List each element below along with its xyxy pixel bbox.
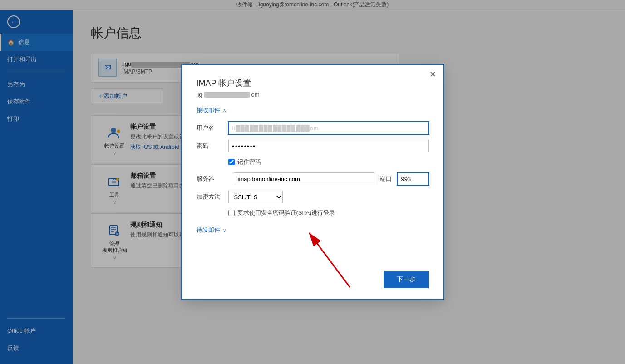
modal-email-prefix: lig (197, 91, 202, 98)
server-row: 服务器 端口 (197, 172, 429, 185)
modal-close-button[interactable]: ✕ (429, 70, 436, 79)
spa-row: 要求使用安全密码验证(SPA)进行登录 (228, 209, 429, 217)
modal-footer: 下一步 (384, 271, 429, 288)
modal-email-suffix: om (251, 91, 260, 98)
server-label: 服务器 (197, 175, 228, 183)
server-input[interactable] (234, 172, 374, 185)
encrypt-select[interactable]: SSL/TLS STARTTLS 无 (228, 191, 283, 203)
port-input[interactable] (397, 172, 429, 185)
modal-email-display: ligom (197, 91, 429, 98)
username-input[interactable] (228, 122, 429, 134)
password-row: 密码 (197, 140, 429, 152)
next-button[interactable]: 下一步 (384, 271, 429, 288)
username-row: 用户名 (197, 122, 429, 134)
password-input[interactable] (228, 140, 429, 152)
spa-checkbox[interactable] (228, 210, 235, 216)
modal-title: IMAP 帐户设置 (197, 78, 429, 89)
port-label: 端口 (380, 175, 392, 183)
incoming-chevron-icon: ∧ (223, 108, 226, 113)
spa-label[interactable]: 要求使用安全密码验证(SPA)进行登录 (237, 209, 335, 217)
svg-line-11 (309, 233, 350, 287)
outgoing-section-header[interactable]: 待发邮件 ∨ (197, 226, 429, 234)
remember-checkbox[interactable] (228, 159, 235, 165)
outgoing-section-label: 待发邮件 (197, 226, 220, 234)
imap-settings-modal: ✕ IMAP 帐户设置 ligom 接收邮件 ∧ 用户名 密码 记住密码 服务器 (181, 64, 444, 300)
incoming-section-header[interactable]: 接收邮件 ∧ (197, 106, 429, 114)
remember-row: 记住密码 (228, 158, 429, 166)
modal-overlay: ✕ IMAP 帐户设置 ligom 接收邮件 ∧ 用户名 密码 记住密码 服务器 (0, 0, 625, 364)
outgoing-chevron-icon: ∨ (223, 228, 226, 233)
username-label: 用户名 (197, 124, 228, 132)
password-label: 密码 (197, 142, 228, 150)
modal-email-blurred (204, 92, 250, 98)
encrypt-label: 加密方法 (197, 193, 228, 201)
remember-label[interactable]: 记住密码 (237, 158, 261, 166)
encrypt-row: 加密方法 SSL/TLS STARTTLS 无 (197, 191, 429, 203)
incoming-section-label: 接收邮件 (197, 106, 220, 114)
